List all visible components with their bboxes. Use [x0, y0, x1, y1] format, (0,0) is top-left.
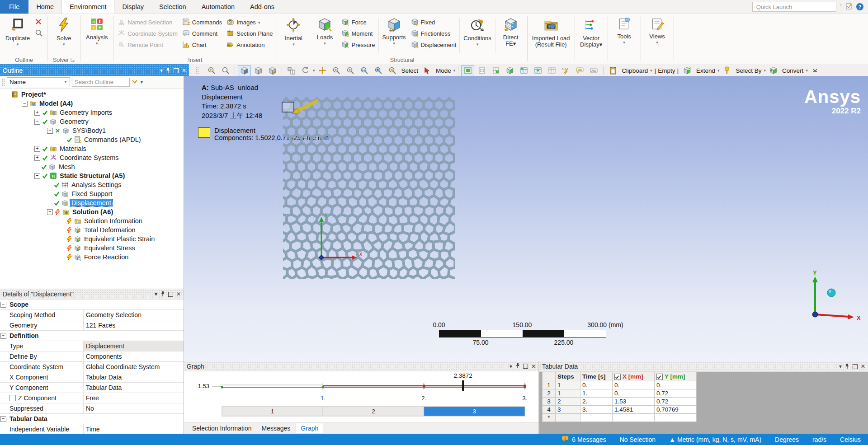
chevron-down-icon[interactable]: ▾ — [453, 68, 456, 73]
geometry-viewport[interactable]: A: Sub-AS_unload Displacement Time: 2.38… — [184, 76, 868, 361]
ribbon-views-button[interactable]: Views▾ — [643, 15, 672, 47]
tabular-cell[interactable]: 1.53 — [613, 398, 655, 406]
messages-status[interactable]: !6 Messages — [561, 436, 606, 444]
tabular-cell[interactable]: 0.72 — [655, 389, 697, 398]
ribbon-commands-button[interactable]: CCommands — [180, 17, 224, 28]
tree-item-static-structural-a5[interactable]: −πStatic Structural (A5) — [0, 171, 184, 180]
tree-item-analysis-settings[interactable]: Analysis Settings — [0, 180, 184, 189]
chevron-down-icon[interactable]: ▾ — [764, 68, 766, 73]
collapse-icon[interactable]: − — [47, 128, 53, 134]
tabular-cell[interactable]: 1 — [556, 389, 580, 398]
ribbon-comment-button[interactable]: Comment — [180, 28, 224, 39]
details-value-independent-variable[interactable]: Time — [84, 424, 184, 434]
details-value-z-component[interactable]: Free — [84, 393, 184, 403]
details-row-tabular-data[interactable]: −Tabular Data — [0, 414, 184, 424]
details-value-define-by[interactable]: Components — [84, 351, 184, 361]
details-value-y-component[interactable]: Tabular Data — [84, 383, 184, 393]
tree-item-project[interactable]: Project* — [0, 90, 184, 99]
collapse-ribbon-icon[interactable]: ˆ — [840, 4, 842, 10]
details-row-scoping-method[interactable]: Scoping MethodGeometry Selection — [0, 310, 184, 320]
tabular-cell[interactable]: 3 — [542, 398, 556, 406]
toolbar-drag-handle-icon[interactable] — [191, 65, 204, 76]
close-icon[interactable]: ✕ — [531, 364, 536, 369]
ribbon-frictionless-button[interactable]: Frictionless — [409, 28, 459, 39]
box-zoom-icon[interactable] — [358, 65, 371, 76]
collapse-icon[interactable]: − — [0, 333, 6, 339]
column-header-y-mm[interactable]: Y [mm] — [655, 372, 697, 381]
menu-tab-automation[interactable]: Automation — [194, 0, 242, 14]
details-row-coordinate-system[interactable]: Coordinate SystemGlobal Coordinate Syste… — [0, 362, 184, 372]
ribbon-supports-button[interactable]: Supports▾ — [380, 15, 409, 47]
menu-tab-home[interactable]: Home — [28, 0, 61, 14]
panel-menu-icon[interactable]: ▾ — [155, 291, 157, 297]
details-value-x-component[interactable]: Tabular Data — [84, 372, 184, 382]
bottom-tab-selection-information[interactable]: Selection Information — [188, 423, 256, 433]
ribbon-direct-fe-button[interactable]: Direct FE▾ — [496, 15, 525, 49]
collapse-icon[interactable]: − — [0, 302, 6, 308]
box-select-icon[interactable] — [475, 65, 488, 76]
ribbon-loads-button[interactable]: Loads▾ — [310, 15, 339, 47]
details-value-coordinate-system[interactable]: Global Coordinate System — [84, 362, 184, 372]
ribbon-chart-button[interactable]: Chart — [180, 39, 224, 51]
angle-units-status[interactable]: Degrees — [775, 436, 799, 443]
collapse-icon[interactable]: − — [47, 209, 53, 215]
details-row-type[interactable]: TypeDisplacement — [0, 341, 184, 351]
details-value-geometry[interactable]: 121 Faces — [84, 320, 184, 330]
tabular-cell[interactable]: 0. — [613, 381, 655, 389]
ribbon-inertial-button[interactable]: Inertial▾ — [279, 15, 308, 48]
ribbon-annotation-button[interactable]: AbcAnnotation — [224, 39, 275, 51]
tabular-cell[interactable]: 3. — [580, 406, 613, 414]
annotation-probe-icon[interactable]: Abc — [587, 65, 600, 76]
details-row-scope[interactable]: −Scope — [0, 300, 184, 310]
expand-icon[interactable]: + — [34, 155, 40, 161]
ribbon-displacement-button[interactable]: Displacement — [409, 39, 459, 51]
section-view-icon[interactable] — [266, 65, 279, 76]
details-row-y-component[interactable]: Y ComponentTabular Data — [0, 383, 184, 393]
ribbon-pressure-button[interactable]: Pressure — [339, 39, 377, 51]
ribbon-force-button[interactable]: Force — [339, 17, 377, 28]
tree-item-equivalent-plastic-strain[interactable]: Equivalent Plastic Strain — [0, 234, 184, 244]
select-mesh-node-icon[interactable] — [517, 65, 530, 76]
tabular-cell[interactable] — [556, 414, 580, 422]
tabular-cell[interactable]: 2. — [580, 398, 613, 406]
maximize-icon[interactable] — [168, 292, 173, 297]
zoom-out-icon[interactable] — [219, 65, 232, 76]
details-row-define-by[interactable]: Define ByComponents — [0, 351, 184, 362]
panel-menu-icon[interactable]: ▾ — [160, 68, 163, 73]
close-icon[interactable]: ✕ — [182, 68, 186, 73]
ribbon-tools-button[interactable]: Tools▾ — [610, 15, 639, 47]
tabular-cell[interactable] — [580, 414, 613, 422]
box-volume-select-icon[interactable] — [489, 65, 502, 76]
tree-item-total-deformation[interactable]: Total Deformation — [0, 225, 184, 234]
ribbon-conditions-button[interactable]: Conditions▾ — [461, 15, 494, 48]
menu-tab-display[interactable]: Display — [114, 0, 151, 14]
select-mesh-element-icon[interactable] — [545, 65, 558, 76]
view-orientation-triad[interactable]: Y X — [798, 270, 868, 326]
single-select-icon[interactable] — [461, 65, 474, 76]
select-by-label[interactable]: Select By — [735, 67, 763, 74]
mode-label[interactable]: Mode — [434, 67, 453, 74]
collapse-icon[interactable]: − — [34, 173, 40, 179]
extend-label[interactable]: Extend — [695, 67, 717, 74]
select-label[interactable]: Select — [400, 67, 420, 74]
details-row-independent-variable[interactable]: Independent VariableTime — [0, 424, 184, 434]
column-header-steps[interactable]: Steps — [556, 372, 580, 381]
tabular-cell[interactable] — [655, 414, 697, 422]
pin-icon[interactable] — [845, 363, 849, 370]
collapse-icon[interactable]: − — [34, 119, 40, 125]
max-label-probe-icon[interactable]: 100 — [573, 65, 586, 76]
ribbon-moment-button[interactable]: Moment — [339, 28, 377, 39]
collapse-icon[interactable]: − — [22, 101, 28, 107]
tabular-cell[interactable]: 1.4581 — [613, 406, 655, 414]
checklist-icon[interactable] — [845, 3, 853, 11]
dialog-launcher-icon[interactable] — [71, 57, 75, 63]
tree-item-displacement[interactable]: Displacement — [0, 198, 184, 207]
bottom-tab-graph[interactable]: Graph — [296, 423, 323, 433]
select-body-icon[interactable] — [503, 65, 516, 76]
tree-item-commands-apdl[interactable]: CCommands (APDL) — [0, 135, 184, 144]
drag-handle-icon[interactable] — [2, 78, 5, 86]
menu-tab-environment[interactable]: Environment — [61, 0, 114, 14]
panel-menu-icon[interactable]: ▾ — [509, 364, 512, 369]
bottom-tab-messages[interactable]: Messages — [257, 423, 295, 433]
expand-search-icon[interactable] — [132, 79, 138, 85]
